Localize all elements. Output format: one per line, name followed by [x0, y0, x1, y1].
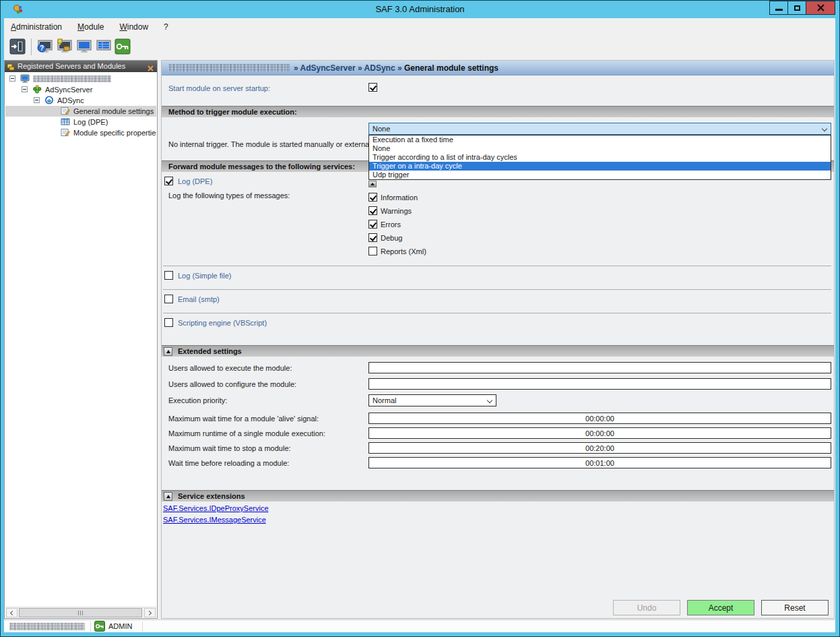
- scripting-engine-label[interactable]: Scripting engine (VBScript): [178, 319, 267, 327]
- redacted-breadcrumb-server: [168, 64, 290, 71]
- breadcrumb-current-page: General module settings: [404, 63, 498, 73]
- debug-label: Debug: [381, 234, 402, 242]
- scroll-right-icon[interactable]: [144, 608, 156, 617]
- max-runtime-label: Maximum runtime of a single module execu…: [168, 429, 325, 437]
- maximize-button[interactable]: [787, 1, 806, 15]
- close-button[interactable]: [806, 1, 835, 15]
- menu-bar: Administration Module Window ?: [4, 18, 835, 36]
- max-alive-wait-label: Maximum wait time for a module 'alive' s…: [168, 415, 319, 423]
- trigger-dropdown[interactable]: None: [368, 123, 831, 135]
- max-stop-wait-input[interactable]: [368, 442, 831, 454]
- separator: [163, 266, 831, 266]
- maximize-icon: [794, 5, 800, 11]
- scrollbar-thumb[interactable]: [19, 608, 142, 617]
- breadcrumb-adsyncserver[interactable]: AdSyncServer: [300, 63, 356, 73]
- app-window: SAF 3.0 Administration Administration Mo…: [0, 0, 840, 637]
- dropdown-option[interactable]: Execution at a fixed time: [369, 135, 831, 144]
- status-separator: [142, 621, 143, 632]
- tree-panel: Registered Servers and Modules AdSyncSer…: [4, 60, 158, 619]
- log-table-icon: [61, 117, 70, 127]
- collapse-expander-icon[interactable]: [9, 75, 15, 82]
- scroll-left-icon[interactable]: [6, 608, 18, 617]
- help-icon[interactable]: ?: [36, 38, 53, 55]
- logged-in-user: ADMIN: [108, 622, 132, 630]
- startup-label: Start module on server startup:: [168, 84, 270, 92]
- minimize-button[interactable]: [769, 1, 788, 15]
- chevron-down-icon: [487, 398, 492, 403]
- extended-settings-header: Extended settings: [162, 345, 834, 357]
- reset-button[interactable]: Reset: [761, 600, 829, 615]
- log-simple-file-label[interactable]: Log (Simple file): [178, 272, 231, 280]
- breadcrumb-adsync[interactable]: ADSync: [364, 63, 395, 73]
- modules-grid-icon[interactable]: [94, 38, 112, 55]
- information-checkbox[interactable]: [368, 193, 377, 202]
- breadcrumb: » AdSyncServer » ADSync » General module…: [162, 61, 834, 75]
- redacted-server-name: [33, 75, 111, 82]
- errors-checkbox[interactable]: [368, 220, 377, 229]
- max-runtime-input[interactable]: [368, 427, 831, 439]
- tree-item-adsyncserver[interactable]: AdSyncServer: [5, 84, 156, 95]
- breadcrumb-separator: »: [358, 63, 362, 73]
- users-execute-input[interactable]: [368, 362, 831, 373]
- scripting-engine-checkbox[interactable]: [164, 318, 173, 327]
- scroll-up-icon: [368, 181, 377, 187]
- warnings-checkbox[interactable]: [368, 206, 377, 215]
- service-extensions-header: Service extensions: [162, 490, 834, 502]
- dropdown-option[interactable]: Udp trigger: [369, 171, 831, 179]
- users-configure-label: Users allowed to configure the module:: [168, 380, 296, 388]
- startup-checkbox[interactable]: [368, 83, 377, 92]
- menu-administration[interactable]: Administration: [9, 21, 64, 33]
- window-title: SAF 3.0 Administration: [1, 4, 839, 14]
- collapse-section-icon[interactable]: [164, 492, 172, 501]
- redacted-status-text: [9, 623, 85, 630]
- tree-item-adsync[interactable]: ADSync: [5, 95, 156, 106]
- reports-xml-checkbox[interactable]: [368, 247, 377, 255]
- warnings-label: Warnings: [381, 207, 412, 215]
- message-service-link[interactable]: SAF.Services.IMessageService: [163, 516, 266, 524]
- collapse-expander-icon[interactable]: [34, 97, 40, 103]
- key-icon[interactable]: [114, 38, 131, 55]
- tree-item-module-specific-properties[interactable]: Module specific properties: [5, 127, 156, 138]
- collapse-section-icon[interactable]: [164, 347, 172, 356]
- max-alive-wait-input[interactable]: [368, 413, 831, 424]
- tree-horizontal-scrollbar[interactable]: [5, 607, 156, 617]
- tree-item-log-dpe[interactable]: Log (DPE): [5, 117, 156, 127]
- menu-help[interactable]: ?: [162, 21, 170, 33]
- computer-icon: [20, 74, 30, 84]
- dropdown-option[interactable]: Trigger on a intra-day cycle: [369, 162, 831, 171]
- separator: [163, 289, 831, 290]
- log-simple-file-checkbox[interactable]: [164, 271, 173, 280]
- execution-priority-label: Execution priority:: [168, 396, 227, 404]
- exit-door-icon[interactable]: [9, 38, 26, 55]
- minimize-icon: [775, 9, 783, 11]
- settings-form-icon: [61, 107, 70, 116]
- toolbar: ?: [4, 36, 835, 59]
- close-icon: [817, 4, 825, 11]
- tree-item-general-module-settings[interactable]: General module settings: [5, 106, 156, 117]
- register-server-icon[interactable]: [55, 38, 73, 55]
- reload-wait-input[interactable]: [368, 457, 831, 468]
- reload-wait-label: Wait time before reloading a module:: [168, 459, 289, 467]
- breadcrumb-separator: »: [294, 63, 298, 73]
- max-stop-wait-label: Maximum wait time to stop a module:: [168, 444, 291, 452]
- email-smtp-checkbox[interactable]: [164, 295, 173, 303]
- collapse-expander-icon[interactable]: [22, 86, 28, 92]
- trigger-dropdown-list: Execution at a fixed time None Trigger a…: [368, 135, 831, 180]
- key-icon: [94, 621, 105, 633]
- settings-pane: » AdSyncServer » ADSync » General module…: [161, 60, 835, 619]
- accept-button[interactable]: Accept: [687, 600, 754, 615]
- log-dpe-checkbox[interactable]: [164, 177, 173, 185]
- users-configure-input[interactable]: [368, 378, 831, 390]
- tree-item-server[interactable]: [5, 73, 156, 84]
- menu-window[interactable]: Window: [117, 21, 150, 33]
- log-dpe-label[interactable]: Log (DPE): [178, 177, 212, 185]
- email-smtp-label[interactable]: Email (smtp): [178, 295, 220, 303]
- menu-module[interactable]: Module: [75, 21, 106, 33]
- execution-priority-select[interactable]: Normal: [368, 394, 496, 406]
- dropdown-option[interactable]: None: [369, 144, 831, 153]
- monitor-icon[interactable]: [75, 38, 92, 55]
- debug-checkbox[interactable]: [368, 233, 377, 242]
- dpe-proxy-service-link[interactable]: SAF.Services.IDpeProxyService: [163, 504, 269, 512]
- panel-windows-icon: [7, 63, 15, 74]
- dropdown-option[interactable]: Trigger according to a list of intra-day…: [369, 153, 831, 162]
